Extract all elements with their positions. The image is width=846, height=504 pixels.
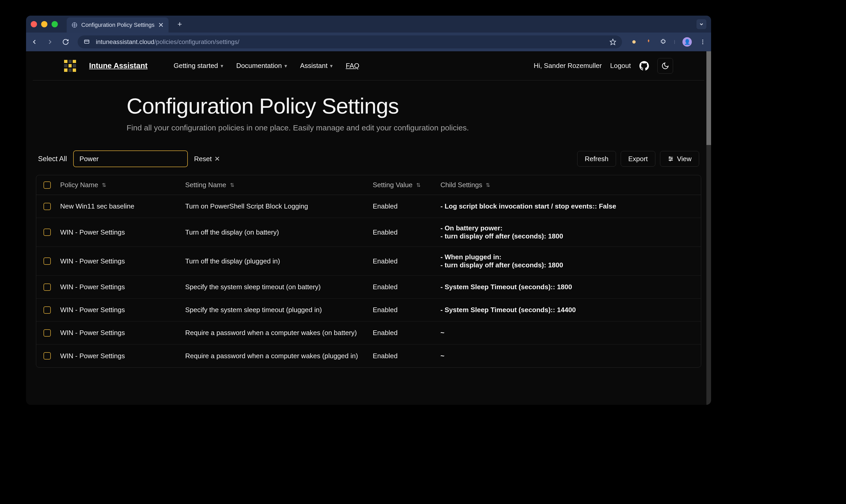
url-host: intuneassistant.cloud [96, 38, 154, 45]
table-row[interactable]: WIN - Power Settings Turn off the displa… [36, 247, 701, 276]
maximize-window-button[interactable] [52, 21, 58, 27]
new-tab-button[interactable]: + [177, 20, 182, 29]
extension-icon-1[interactable] [630, 38, 638, 46]
table-row[interactable]: New Win11 sec baseline Turn on PowerShel… [36, 195, 701, 218]
nav-documentation[interactable]: Documentation ▾ [236, 62, 287, 70]
svg-marker-3 [610, 39, 616, 45]
cell-policy: WIN - Power Settings [60, 329, 185, 337]
refresh-button[interactable]: Refresh [577, 151, 616, 167]
profile-avatar[interactable]: 👤 [683, 37, 692, 47]
select-all-button[interactable]: Select All [38, 155, 67, 163]
browser-address-bar: intuneassistant.cloud/policies/configura… [26, 33, 711, 51]
page-title: Configuration Policy Settings [127, 93, 611, 119]
table-row[interactable]: WIN - Power Settings Require a password … [36, 344, 701, 367]
nav-getting-started[interactable]: Getting started ▾ [174, 62, 224, 70]
browser-menu-button[interactable] [699, 38, 706, 46]
table-row[interactable]: WIN - Power Settings Turn off the displa… [36, 218, 701, 247]
cell-value: Enabled [373, 306, 440, 314]
svg-point-6 [702, 41, 703, 42]
url-path: /policies/configuration/settings/ [154, 38, 240, 45]
url-input[interactable]: intuneassistant.cloud/policies/configura… [77, 35, 622, 49]
cell-policy: WIN - Power Settings [60, 257, 185, 265]
svg-point-7 [702, 43, 703, 44]
view-button[interactable]: View [660, 151, 699, 167]
cell-child: - On battery power:- turn display off af… [440, 224, 694, 240]
reset-filter-button[interactable]: Reset ✕ [194, 155, 220, 163]
nav-assistant[interactable]: Assistant ▾ [300, 62, 333, 70]
page-header: Configuration Policy Settings Find all y… [33, 80, 704, 143]
header-label: Setting Value [373, 181, 412, 189]
cell-setting: Specify the system sleep timeout (on bat… [185, 283, 373, 291]
row-checkbox[interactable] [43, 329, 51, 337]
chevron-down-icon: ▾ [330, 63, 333, 69]
header-label: Child Settings [440, 181, 482, 189]
minimize-window-button[interactable] [41, 21, 48, 27]
browser-tab[interactable]: Configuration Policy Settings ✕ [67, 17, 169, 33]
cell-setting: Specify the system sleep timeout (plugge… [185, 306, 373, 314]
settings-table: Policy Name ⇅ Setting Name ⇅ Setting Val… [36, 175, 701, 367]
github-icon[interactable] [639, 61, 649, 71]
table-row[interactable]: WIN - Power Settings Require a password … [36, 322, 701, 344]
sort-icon: ⇅ [486, 182, 490, 188]
cell-setting: Require a password when a computer wakes… [185, 352, 373, 360]
chevron-down-icon: ▾ [221, 63, 223, 69]
cell-policy: WIN - Power Settings [60, 228, 185, 236]
export-button[interactable]: Export [621, 151, 655, 167]
cell-setting: Turn on PowerShell Script Block Logging [185, 202, 373, 210]
bookmark-icon[interactable] [610, 38, 616, 45]
filter-input[interactable] [73, 150, 188, 167]
row-checkbox[interactable] [43, 229, 51, 236]
row-checkbox[interactable] [43, 203, 51, 210]
close-tab-icon[interactable]: ✕ [158, 21, 164, 29]
extensions-button[interactable] [659, 38, 667, 46]
back-button[interactable] [31, 38, 38, 46]
cell-value: Enabled [373, 228, 440, 236]
page-subtitle: Find all your configuration policies in … [127, 123, 611, 132]
tabs-dropdown-button[interactable] [697, 19, 706, 29]
column-header-policy[interactable]: Policy Name ⇅ [60, 181, 185, 189]
site-info-icon[interactable] [83, 38, 91, 46]
extension-icon-2[interactable] [645, 38, 652, 46]
close-window-button[interactable] [31, 21, 37, 27]
reload-button[interactable] [62, 38, 69, 46]
table-row[interactable]: WIN - Power Settings Specify the system … [36, 276, 701, 299]
svg-point-13 [670, 160, 671, 161]
cell-value: Enabled [373, 257, 440, 265]
theme-toggle-button[interactable] [657, 58, 673, 74]
cell-setting: Turn off the display (plugged in) [185, 257, 373, 265]
column-header-child[interactable]: Child Settings ⇅ [440, 181, 694, 189]
button-label: Export [628, 155, 648, 163]
cell-policy: WIN - Power Settings [60, 352, 185, 360]
svg-point-4 [632, 40, 636, 44]
app-logo-icon [64, 60, 76, 72]
button-label: Refresh [585, 155, 609, 163]
cell-policy: WIN - Power Settings [60, 306, 185, 314]
column-header-setting[interactable]: Setting Name ⇅ [185, 181, 373, 189]
reset-label: Reset [194, 155, 212, 163]
tab-favicon-icon [71, 22, 77, 28]
row-checkbox[interactable] [43, 352, 51, 360]
forward-button[interactable] [46, 38, 54, 46]
row-checkbox[interactable] [43, 257, 51, 265]
sort-icon: ⇅ [102, 182, 106, 188]
window-controls [31, 21, 58, 27]
cell-setting: Require a password when a computer wakes… [185, 329, 373, 337]
select-all-checkbox[interactable] [43, 181, 51, 189]
logout-link[interactable]: Logout [610, 62, 631, 70]
cell-child: - Log script block invocation start / st… [440, 202, 694, 210]
header-label: Setting Name [185, 181, 226, 189]
nav-faq[interactable]: FAQ [346, 62, 359, 70]
table-row[interactable]: WIN - Power Settings Specify the system … [36, 299, 701, 322]
column-header-value[interactable]: Setting Value ⇅ [373, 181, 440, 189]
nav-item-label: Documentation [236, 62, 282, 70]
row-checkbox[interactable] [43, 306, 51, 314]
row-checkbox[interactable] [43, 284, 51, 291]
table-toolbar: Select All Reset ✕ Refresh Export View [33, 143, 704, 172]
sliders-icon [668, 156, 674, 162]
svg-point-11 [669, 157, 670, 158]
brand-link[interactable]: Intune Assistant [89, 61, 148, 70]
user-greeting: Hi, Sander Rozemuller [534, 62, 602, 70]
nav-item-label: Getting started [174, 62, 218, 70]
scrollbar-thumb[interactable] [706, 51, 711, 145]
svg-point-5 [702, 40, 703, 41]
